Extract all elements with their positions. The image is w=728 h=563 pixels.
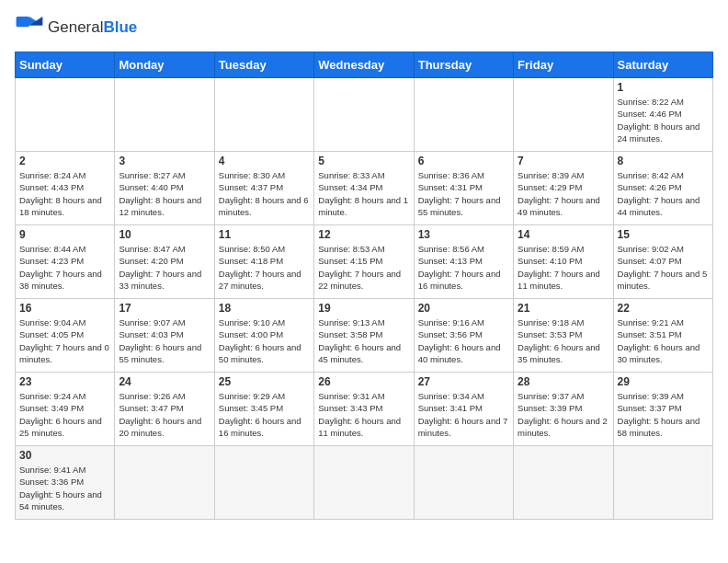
day-info: Sunrise: 8:24 AM Sunset: 4:43 PM Dayligh… [19, 169, 110, 218]
calendar-cell-2-5: 6Sunrise: 8:36 AM Sunset: 4:31 PM Daylig… [414, 152, 513, 225]
day-number: 4 [219, 155, 310, 167]
calendar-cell-1-3 [214, 78, 313, 152]
day-info: Sunrise: 9:18 AM Sunset: 3:53 PM Dayligh… [518, 316, 609, 365]
week-row-6: 30Sunrise: 9:41 AM Sunset: 3:36 PM Dayli… [16, 446, 713, 520]
calendar-table: SundayMondayTuesdayWednesdayThursdayFrid… [15, 52, 713, 520]
calendar-cell-6-2 [115, 446, 214, 520]
week-row-1: 1Sunrise: 8:22 AM Sunset: 4:46 PM Daylig… [16, 78, 713, 152]
calendar-cell-3-4: 12Sunrise: 8:53 AM Sunset: 4:15 PM Dayli… [314, 225, 414, 299]
calendar-cell-5-2: 24Sunrise: 9:26 AM Sunset: 3:47 PM Dayli… [115, 373, 214, 446]
day-info: Sunrise: 9:21 AM Sunset: 3:51 PM Dayligh… [618, 316, 709, 365]
week-row-3: 9Sunrise: 8:44 AM Sunset: 4:23 PM Daylig… [16, 225, 713, 299]
calendar-cell-1-6 [514, 78, 613, 152]
calendar-cell-3-6: 14Sunrise: 8:59 AM Sunset: 4:10 PM Dayli… [514, 225, 613, 299]
calendar-cell-6-7 [613, 446, 712, 520]
day-number: 21 [518, 302, 609, 315]
calendar-cell-4-1: 16Sunrise: 9:04 AM Sunset: 4:05 PM Dayli… [16, 299, 115, 373]
day-number: 3 [119, 155, 210, 167]
weekday-header-wednesday: Wednesday [314, 52, 414, 78]
day-info: Sunrise: 9:29 AM Sunset: 3:45 PM Dayligh… [219, 390, 310, 439]
day-number: 22 [618, 302, 709, 315]
day-number: 16 [19, 302, 110, 315]
weekday-header-thursday: Thursday [414, 52, 513, 78]
calendar-cell-2-1: 2Sunrise: 8:24 AM Sunset: 4:43 PM Daylig… [16, 152, 115, 225]
day-info: Sunrise: 8:30 AM Sunset: 4:37 PM Dayligh… [219, 169, 310, 218]
day-info: Sunrise: 9:13 AM Sunset: 3:58 PM Dayligh… [318, 316, 409, 365]
day-number: 29 [618, 375, 709, 388]
day-number: 13 [418, 228, 509, 241]
day-info: Sunrise: 8:47 AM Sunset: 4:20 PM Dayligh… [119, 243, 210, 292]
day-info: Sunrise: 8:59 AM Sunset: 4:10 PM Dayligh… [518, 243, 609, 292]
calendar-cell-5-1: 23Sunrise: 9:24 AM Sunset: 3:49 PM Dayli… [16, 373, 115, 446]
day-number: 9 [19, 228, 110, 241]
weekday-header-friday: Friday [514, 52, 613, 78]
weekday-header-tuesday: Tuesday [214, 52, 313, 78]
calendar-cell-5-3: 25Sunrise: 9:29 AM Sunset: 3:45 PM Dayli… [214, 373, 313, 446]
day-info: Sunrise: 8:50 AM Sunset: 4:18 PM Dayligh… [219, 243, 310, 292]
calendar-cell-3-1: 9Sunrise: 8:44 AM Sunset: 4:23 PM Daylig… [16, 225, 115, 299]
day-number: 28 [518, 375, 609, 388]
logo-text: GeneralBlue [48, 18, 137, 37]
calendar-cell-3-7: 15Sunrise: 9:02 AM Sunset: 4:07 PM Dayli… [613, 225, 712, 299]
day-number: 30 [19, 449, 110, 462]
day-info: Sunrise: 9:24 AM Sunset: 3:49 PM Dayligh… [19, 390, 110, 439]
calendar-cell-4-5: 20Sunrise: 9:16 AM Sunset: 3:56 PM Dayli… [414, 299, 513, 373]
week-row-5: 23Sunrise: 9:24 AM Sunset: 3:49 PM Dayli… [16, 373, 713, 446]
day-number: 1 [618, 81, 709, 94]
calendar-cell-5-5: 27Sunrise: 9:34 AM Sunset: 3:41 PM Dayli… [414, 373, 513, 446]
calendar-cell-2-6: 7Sunrise: 8:39 AM Sunset: 4:29 PM Daylig… [514, 152, 613, 225]
weekday-header-saturday: Saturday [613, 52, 712, 78]
day-info: Sunrise: 9:04 AM Sunset: 4:05 PM Dayligh… [19, 316, 110, 365]
day-number: 25 [219, 375, 310, 388]
svg-rect-0 [17, 17, 29, 27]
day-info: Sunrise: 9:07 AM Sunset: 4:03 PM Dayligh… [119, 316, 210, 365]
day-number: 18 [219, 302, 310, 315]
day-number: 6 [418, 155, 509, 167]
calendar-cell-2-4: 5Sunrise: 8:33 AM Sunset: 4:34 PM Daylig… [314, 152, 414, 225]
day-info: Sunrise: 9:10 AM Sunset: 4:00 PM Dayligh… [219, 316, 310, 365]
day-number: 27 [418, 375, 509, 388]
day-number: 26 [318, 375, 409, 388]
weekday-header-sunday: Sunday [16, 52, 115, 78]
day-number: 24 [119, 375, 210, 388]
calendar-cell-4-4: 19Sunrise: 9:13 AM Sunset: 3:58 PM Dayli… [314, 299, 414, 373]
day-info: Sunrise: 8:33 AM Sunset: 4:34 PM Dayligh… [318, 169, 409, 218]
calendar-cell-1-5 [414, 78, 513, 152]
day-number: 2 [19, 155, 110, 167]
calendar-cell-1-7: 1Sunrise: 8:22 AM Sunset: 4:46 PM Daylig… [613, 78, 712, 152]
day-info: Sunrise: 9:16 AM Sunset: 3:56 PM Dayligh… [418, 316, 509, 365]
week-row-2: 2Sunrise: 8:24 AM Sunset: 4:43 PM Daylig… [16, 152, 713, 225]
calendar-cell-1-4 [314, 78, 414, 152]
day-info: Sunrise: 8:56 AM Sunset: 4:13 PM Dayligh… [418, 243, 509, 292]
day-number: 7 [518, 155, 609, 167]
calendar-cell-4-3: 18Sunrise: 9:10 AM Sunset: 4:00 PM Dayli… [214, 299, 313, 373]
week-row-4: 16Sunrise: 9:04 AM Sunset: 4:05 PM Dayli… [16, 299, 713, 373]
day-info: Sunrise: 9:37 AM Sunset: 3:39 PM Dayligh… [518, 390, 609, 439]
calendar-cell-5-4: 26Sunrise: 9:31 AM Sunset: 3:43 PM Dayli… [314, 373, 414, 446]
weekday-header-row: SundayMondayTuesdayWednesdayThursdayFrid… [16, 52, 713, 78]
calendar-cell-1-2 [115, 78, 214, 152]
calendar-cell-2-2: 3Sunrise: 8:27 AM Sunset: 4:40 PM Daylig… [115, 152, 214, 225]
calendar-cell-6-1: 30Sunrise: 9:41 AM Sunset: 3:36 PM Dayli… [16, 446, 115, 520]
day-info: Sunrise: 9:34 AM Sunset: 3:41 PM Dayligh… [418, 390, 509, 439]
weekday-header-monday: Monday [115, 52, 214, 78]
calendar-cell-4-6: 21Sunrise: 9:18 AM Sunset: 3:53 PM Dayli… [514, 299, 613, 373]
day-number: 20 [418, 302, 509, 315]
day-info: Sunrise: 8:44 AM Sunset: 4:23 PM Dayligh… [19, 243, 110, 292]
day-number: 17 [119, 302, 210, 315]
logo: GeneralBlue [15, 15, 137, 40]
day-info: Sunrise: 9:39 AM Sunset: 3:37 PM Dayligh… [618, 390, 709, 439]
day-info: Sunrise: 8:53 AM Sunset: 4:15 PM Dayligh… [318, 243, 409, 292]
calendar-cell-6-5 [414, 446, 513, 520]
calendar-cell-6-4 [314, 446, 414, 520]
day-number: 23 [19, 375, 110, 388]
calendar-cell-2-3: 4Sunrise: 8:30 AM Sunset: 4:37 PM Daylig… [214, 152, 313, 225]
calendar-cell-3-3: 11Sunrise: 8:50 AM Sunset: 4:18 PM Dayli… [214, 225, 313, 299]
calendar-cell-3-5: 13Sunrise: 8:56 AM Sunset: 4:13 PM Dayli… [414, 225, 513, 299]
day-info: Sunrise: 8:42 AM Sunset: 4:26 PM Dayligh… [618, 169, 709, 218]
day-info: Sunrise: 8:22 AM Sunset: 4:46 PM Dayligh… [618, 96, 709, 144]
day-number: 11 [219, 228, 310, 241]
day-info: Sunrise: 9:02 AM Sunset: 4:07 PM Dayligh… [618, 243, 709, 292]
day-info: Sunrise: 9:31 AM Sunset: 3:43 PM Dayligh… [318, 390, 409, 439]
calendar-cell-6-3 [214, 446, 313, 520]
